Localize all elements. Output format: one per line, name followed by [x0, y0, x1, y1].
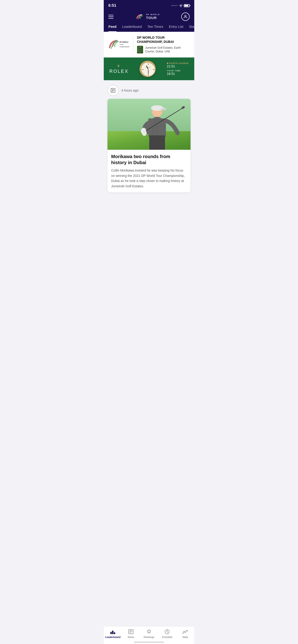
status-bar: 6:51	[104, 0, 194, 10]
your-time: YOUR TIME 18:51	[167, 70, 189, 76]
status-time: 6:51	[108, 3, 116, 8]
rolex-brand-name: ROLEX	[109, 68, 129, 74]
tournament-divider	[133, 38, 133, 52]
signal-icon	[171, 5, 177, 6]
svg-rect-36	[149, 136, 165, 150]
svg-point-0	[185, 15, 186, 17]
feed-section: 4 hours ago	[104, 80, 194, 220]
tab-stats[interactable]: Stats	[189, 24, 194, 32]
rolex-clock: ROLEX	[139, 61, 156, 77]
tab-entry-list[interactable]: Entry List	[169, 24, 183, 32]
tab-leaderboard[interactable]: Leaderboard	[122, 24, 142, 32]
svg-point-25	[161, 108, 166, 110]
tournament-logo: DP WORLD TOUR CHAMPIONSHIP	[108, 38, 129, 52]
feed-item-header: 4 hours ago	[107, 85, 191, 96]
battery-icon	[184, 4, 190, 7]
svg-text:CHAMPIONSHIP: CHAMPIONSHIP	[120, 46, 129, 48]
svg-point-37	[141, 128, 146, 134]
profile-button[interactable]	[181, 12, 190, 21]
svg-text:DP WORLD: DP WORLD	[120, 41, 128, 43]
logo-text: DP WORLD TOUR	[146, 14, 160, 20]
article-icon	[107, 85, 119, 96]
tournament-details: DP WORLD TOUR CHAMPIONSHIP, DUBAI ♛ ROLE…	[137, 36, 190, 54]
status-icons	[171, 4, 190, 7]
tournament-info: DP WORLD TOUR CHAMPIONSHIP DP WORLD TOUR…	[104, 32, 194, 58]
svg-text:TOUR: TOUR	[120, 44, 124, 45]
rolex-times: EARTH COURSE 21:51 YOUR TIME 18:51	[167, 62, 189, 76]
tournament-venue-row: ♛ ROLEX SERIES Jumeirah Golf Estates, Ea…	[137, 46, 190, 54]
menu-button[interactable]	[108, 15, 114, 18]
news-card[interactable]: Morikawa two rounds from history in Duba…	[107, 99, 191, 192]
news-card-body: Morikawa two rounds from history in Duba…	[107, 150, 191, 192]
news-card-image	[107, 99, 191, 150]
nav-tabs: Feed Leaderboard Tee Times Entry List St…	[104, 21, 194, 32]
tournament-name: DP WORLD TOUR CHAMPIONSHIP, DUBAI	[137, 36, 190, 44]
app-header: DP WORLD TOUR	[104, 10, 194, 21]
app-logo: DP WORLD TOUR	[135, 13, 160, 20]
svg-marker-5	[140, 52, 141, 53]
news-card-title: Morikawa two rounds from history in Duba…	[111, 154, 187, 166]
rolex-series-badge: ♛ ROLEX SERIES	[137, 46, 143, 54]
tournament-venue: Jumeirah Golf Estates, Earth Course, Dub…	[145, 46, 190, 54]
rolex-banner: ♛ ROLEX ROLEX	[104, 58, 194, 80]
feed-item-time: 4 hours ago	[121, 88, 139, 92]
svg-point-14	[148, 69, 149, 70]
tab-tee-times[interactable]: Tee Times	[147, 24, 163, 32]
rolex-logo: ♛ ROLEX	[109, 64, 129, 74]
tab-feed[interactable]: Feed	[108, 24, 117, 32]
news-card-excerpt: Collin Morikawa insisted he was keeping …	[111, 168, 187, 189]
earth-course-time: EARTH COURSE 21:51	[167, 62, 189, 68]
wifi-icon	[179, 4, 182, 7]
